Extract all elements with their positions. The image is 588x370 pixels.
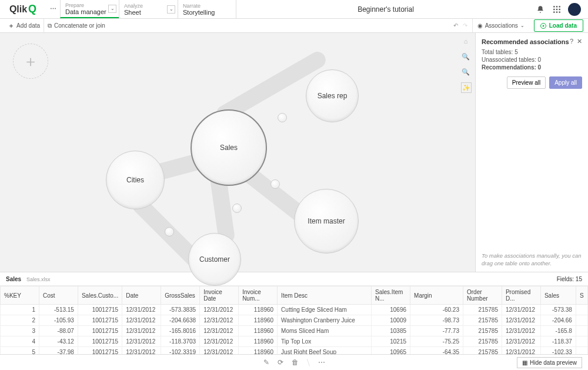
undo-icon[interactable]: ↶	[453, 22, 458, 29]
cell: -37.98	[39, 347, 78, 355]
table-row[interactable]: 4-43.121001271512/31/2012-118.370312/31/…	[1, 336, 588, 347]
zoom-out-icon[interactable]: 🔍	[461, 67, 470, 76]
cell: 12/31/2012	[122, 347, 161, 355]
cell: 118960	[239, 315, 278, 326]
add-data-button[interactable]: ＋ Add data	[5, 19, 44, 32]
apply-all-button[interactable]: Apply all	[549, 76, 582, 89]
table-row[interactable]: 3-88.071001271512/31/2012-165.801612/31/…	[1, 326, 588, 336]
column-header[interactable]: S	[576, 286, 587, 305]
plus-icon: ＋	[8, 22, 14, 30]
zoom-in-icon[interactable]: 🔍	[461, 52, 470, 61]
delete-icon[interactable]: 🗑	[292, 358, 299, 366]
chevron-down-icon[interactable]: ⌄	[108, 5, 116, 13]
user-avatar[interactable]	[568, 3, 581, 16]
column-header[interactable]: GrossSales	[161, 286, 200, 305]
more-icon[interactable]: ⋯	[318, 358, 325, 366]
link-dot[interactable]	[232, 204, 242, 213]
bubble-label: Cities	[126, 176, 144, 184]
column-header[interactable]: Item Desc	[278, 286, 372, 305]
column-header[interactable]: Sales	[540, 286, 576, 305]
refresh-icon[interactable]: ⟳	[278, 358, 283, 366]
cell: 215785	[463, 347, 502, 355]
home-icon[interactable]: ⌂	[461, 36, 470, 46]
association-canvas[interactable]: ＋ Sales Sales rep Cities Item master Cus…	[0, 33, 475, 272]
table-row[interactable]: 1-513.151001271512/31/2012-573.383512/31…	[1, 305, 588, 315]
more-menu[interactable]: ⋯	[46, 0, 60, 18]
column-header[interactable]: Cost	[39, 286, 78, 305]
concatenate-button[interactable]: ⧉ Concatenate or join	[44, 19, 109, 32]
cell	[576, 347, 587, 355]
play-icon	[540, 23, 546, 29]
column-header[interactable]: Promised D...	[502, 286, 540, 305]
cell: 12/31/2012	[200, 305, 239, 315]
table-row[interactable]: 2-105.931001271512/31/2012-204.663812/31…	[1, 315, 588, 326]
column-header[interactable]: Order Number	[463, 286, 502, 305]
column-header[interactable]: Date	[122, 286, 161, 305]
hide-data-preview-button[interactable]: ▦ Hide data preview	[517, 357, 582, 368]
cell: -75.25	[410, 336, 463, 347]
nav-narrate[interactable]: Narrate Storytelling	[178, 0, 236, 18]
clear-icon[interactable]: ⧹	[307, 358, 310, 366]
column-header[interactable]: %KEY	[1, 286, 39, 305]
bubble-label: Item master	[308, 217, 345, 225]
cell: 10965	[372, 347, 410, 355]
cell: -204.66	[540, 315, 576, 326]
bubble-cities[interactable]: Cities	[106, 151, 165, 209]
cell: 4	[1, 336, 39, 347]
cell: 10012715	[78, 326, 122, 336]
load-label: Load data	[549, 22, 577, 29]
cell: -43.12	[39, 336, 78, 347]
cell: Just Right Beef Soup	[278, 347, 372, 355]
chevron-down-icon[interactable]: ⌄	[167, 5, 175, 14]
edit-icon[interactable]: ✎	[263, 358, 269, 366]
column-header[interactable]: Sales.Custo...	[78, 286, 122, 305]
svg-rect-1	[556, 6, 557, 7]
cell: 10012715	[78, 305, 122, 315]
magic-wand-icon[interactable]: ✨	[461, 82, 472, 93]
table-row[interactable]: 5-37.981001271512/31/2012-102.331912/31/…	[1, 347, 588, 355]
close-icon[interactable]: ✕	[577, 38, 582, 45]
add-table-circle[interactable]: ＋	[13, 44, 48, 79]
svg-rect-3	[553, 8, 554, 9]
column-header[interactable]: Sales.Item N...	[372, 286, 410, 305]
nav-analyze[interactable]: Analyze Sheet ⌄	[119, 0, 178, 18]
nav-prepare[interactable]: Prepare Data manager ⌄	[60, 0, 119, 18]
nav-large-label: Storytelling	[183, 9, 231, 16]
column-header[interactable]: Invoice Date	[200, 286, 239, 305]
table-name: Sales	[6, 276, 21, 282]
column-header[interactable]: Margin	[410, 286, 463, 305]
cell: 10012715	[78, 336, 122, 347]
panel-title: Recommended associations	[482, 38, 569, 45]
cell: -118.37	[540, 336, 576, 347]
bell-icon[interactable]	[535, 4, 546, 15]
bubble-sales-rep[interactable]: Sales rep	[306, 69, 359, 122]
table-icon: ▦	[522, 359, 527, 366]
cell	[576, 315, 587, 326]
unassoc-tables-text: Unassociated tables: 0	[482, 56, 582, 63]
cell: 10385	[372, 326, 410, 336]
data-preview-grid[interactable]: %KEYCostSales.Custo...DateGrossSalesInvo…	[0, 286, 588, 354]
bubble-item-master[interactable]: Item master	[294, 189, 359, 254]
app-logo: Qlik Q	[0, 0, 46, 18]
cell: 215785	[463, 326, 502, 336]
link-dot[interactable]	[270, 179, 280, 189]
cell: 12/31/2012	[122, 336, 161, 347]
svg-rect-0	[553, 6, 554, 7]
bubble-customer[interactable]: Customer	[188, 233, 241, 286]
cell: -60.23	[410, 305, 463, 315]
link-dot[interactable]	[165, 227, 174, 236]
help-icon[interactable]: ?	[570, 38, 573, 45]
bubble-sales[interactable]: Sales	[191, 109, 267, 186]
column-header[interactable]: Invoice Num...	[239, 286, 278, 305]
assoc-label: Associations	[485, 22, 518, 29]
svg-rect-7	[556, 11, 557, 12]
load-data-button[interactable]: Load data	[534, 19, 583, 32]
link-dot[interactable]	[278, 113, 287, 122]
cell	[576, 305, 587, 315]
cell: 12/31/2012	[200, 315, 239, 326]
cell: 10012715	[78, 347, 122, 355]
associations-button[interactable]: ◉ Associations ⌄	[472, 19, 529, 32]
preview-all-button[interactable]: Preview all	[507, 76, 546, 89]
redo-icon[interactable]: ↷	[463, 22, 467, 29]
grid-icon[interactable]	[552, 4, 562, 15]
